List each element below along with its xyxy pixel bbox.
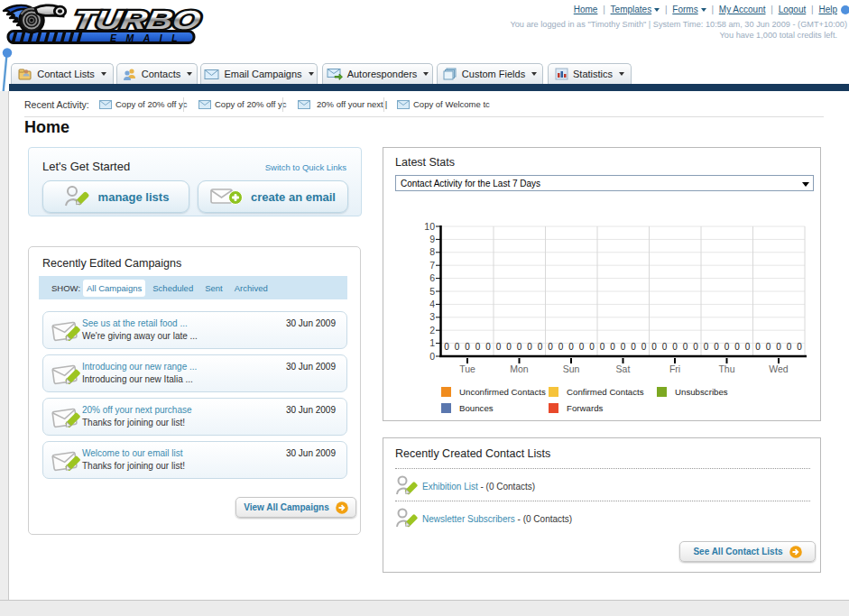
svg-text:0: 0	[631, 342, 636, 352]
svg-text:0: 0	[558, 342, 564, 352]
svg-text:0: 0	[589, 342, 595, 352]
svg-text:0: 0	[683, 342, 688, 352]
svg-text:3: 3	[429, 311, 435, 322]
svg-text:9: 9	[429, 234, 435, 244]
svg-text:6: 6	[429, 272, 435, 283]
svg-text:0: 0	[704, 342, 709, 352]
svg-text:0: 0	[600, 342, 605, 352]
svg-text:0: 0	[610, 342, 615, 352]
svg-text:0: 0	[797, 342, 802, 352]
svg-text:Sat: Sat	[616, 363, 631, 374]
svg-text:0: 0	[693, 342, 698, 352]
svg-text:0: 0	[506, 342, 512, 352]
svg-text:2: 2	[429, 325, 435, 336]
svg-text:0: 0	[517, 342, 522, 352]
svg-text:7: 7	[429, 260, 435, 271]
svg-text:0: 0	[672, 342, 678, 352]
svg-text:0: 0	[734, 342, 740, 352]
svg-text:Thu: Thu	[718, 363, 734, 374]
svg-text:Wed: Wed	[769, 363, 789, 374]
svg-text:0: 0	[766, 342, 771, 352]
svg-text:0: 0	[776, 342, 781, 352]
svg-text:Sun: Sun	[563, 363, 580, 374]
svg-text:0: 0	[568, 342, 574, 352]
svg-text:0: 0	[485, 342, 491, 352]
svg-text:Unconfirmed Contacts: Unconfirmed Contacts	[459, 387, 546, 397]
svg-text:0: 0	[714, 342, 719, 352]
svg-text:0: 0	[475, 342, 481, 352]
svg-text:0: 0	[429, 351, 435, 362]
svg-text:1: 1	[429, 337, 435, 348]
svg-text:0: 0	[787, 342, 792, 352]
svg-text:Forwards: Forwards	[567, 403, 604, 413]
svg-text:0: 0	[651, 342, 657, 352]
svg-text:Tue: Tue	[459, 363, 475, 374]
svg-text:0: 0	[444, 342, 449, 352]
svg-text:0: 0	[621, 342, 626, 352]
svg-text:0: 0	[724, 342, 730, 352]
svg-text:0: 0	[496, 342, 502, 352]
svg-text:Confirmed Contacts: Confirmed Contacts	[567, 387, 644, 397]
svg-text:0: 0	[527, 342, 532, 352]
svg-text:5: 5	[429, 286, 435, 297]
svg-text:Mon: Mon	[510, 363, 529, 374]
svg-text:8: 8	[429, 246, 435, 257]
svg-text:0: 0	[579, 342, 585, 352]
svg-text:Bounces: Bounces	[459, 403, 494, 413]
svg-text:0: 0	[755, 342, 761, 352]
svg-text:0: 0	[548, 342, 553, 352]
svg-text:Unsubscribes: Unsubscribes	[675, 387, 728, 397]
svg-text:Fri: Fri	[669, 363, 680, 374]
svg-text:0: 0	[455, 342, 460, 352]
svg-text:0: 0	[641, 342, 647, 352]
svg-text:0: 0	[662, 342, 668, 352]
svg-text:4: 4	[429, 299, 435, 309]
svg-text:0: 0	[745, 342, 751, 352]
svg-text:TURBO: TURBO	[71, 5, 203, 34]
svg-text:0: 0	[538, 342, 543, 352]
svg-text:10: 10	[424, 221, 435, 232]
svg-text:0: 0	[465, 342, 470, 352]
